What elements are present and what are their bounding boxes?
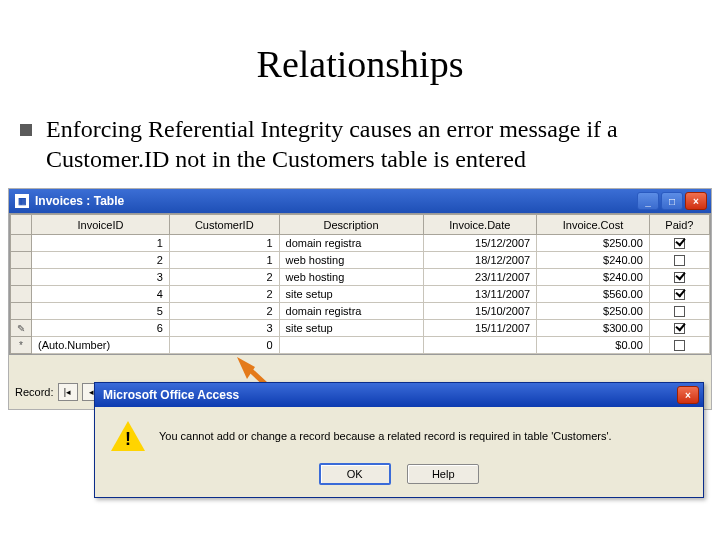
cell-invoicecost[interactable]: $240.00 (537, 252, 650, 269)
help-button[interactable]: Help (407, 464, 479, 484)
cell-customerid[interactable]: 1 (169, 235, 279, 252)
close-button[interactable]: × (685, 192, 707, 210)
checkbox-icon[interactable] (674, 272, 685, 283)
ok-button[interactable]: OK (319, 463, 391, 485)
row-selector[interactable] (11, 286, 32, 303)
cell-invoicecost[interactable]: $250.00 (537, 303, 650, 320)
record-label: Record: (15, 386, 54, 398)
cell-description[interactable]: domain registra (279, 235, 423, 252)
bullet-square-icon (20, 124, 32, 136)
checkbox-icon[interactable] (674, 289, 685, 300)
row-selector[interactable]: ✎ (11, 320, 32, 337)
cell-customerid[interactable]: 0 (169, 337, 279, 354)
col-invoiceid[interactable]: InvoiceID (32, 215, 170, 235)
cell-description[interactable]: web hosting (279, 269, 423, 286)
cell-description[interactable]: site setup (279, 286, 423, 303)
row-selector[interactable] (11, 269, 32, 286)
col-invoicedate[interactable]: Invoice.Date (423, 215, 537, 235)
cell-invoicedate[interactable]: 15/11/2007 (423, 320, 537, 337)
minimize-button[interactable]: _ (637, 192, 659, 210)
cell-paid[interactable] (649, 286, 709, 303)
cell-description[interactable]: domain registra (279, 303, 423, 320)
warning-icon: ! (111, 421, 145, 451)
cell-invoiceid[interactable]: 4 (32, 286, 170, 303)
col-description[interactable]: Description (279, 215, 423, 235)
error-titlebar: Microsoft Office Access × (95, 383, 703, 407)
checkbox-icon[interactable] (674, 340, 685, 351)
bullet-text: Enforcing Referential Integrity causes a… (46, 114, 692, 174)
error-dialog: Microsoft Office Access × ! You cannot a… (94, 382, 704, 498)
cell-invoiceid[interactable]: 5 (32, 303, 170, 320)
cell-invoiceid[interactable]: 6 (32, 320, 170, 337)
cell-invoiceid[interactable]: 1 (32, 235, 170, 252)
cell-invoicecost[interactable]: $560.00 (537, 286, 650, 303)
bullet-item: Enforcing Referential Integrity causes a… (0, 114, 720, 174)
table-row[interactable]: ✎63site setup15/11/2007$300.00 (11, 320, 710, 337)
cell-invoicecost[interactable]: $240.00 (537, 269, 650, 286)
cell-description[interactable]: site setup (279, 320, 423, 337)
invoices-titlebar: ▦ Invoices : Table _ □ × (9, 189, 711, 213)
slide-title: Relationships (0, 42, 720, 86)
row-selector[interactable] (11, 252, 32, 269)
cell-paid[interactable] (649, 320, 709, 337)
cell-invoicecost[interactable]: $300.00 (537, 320, 650, 337)
table-row[interactable]: 11domain registra15/12/2007$250.00 (11, 235, 710, 252)
row-selector[interactable] (11, 303, 32, 320)
header-row: InvoiceID CustomerID Description Invoice… (11, 215, 710, 235)
cell-invoicecost[interactable]: $0.00 (537, 337, 650, 354)
cell-invoicedate[interactable]: 18/12/2007 (423, 252, 537, 269)
invoices-title-text: Invoices : Table (35, 194, 124, 208)
cell-description[interactable]: web hosting (279, 252, 423, 269)
cell-customerid[interactable]: 2 (169, 303, 279, 320)
table-row[interactable]: 32web hosting23/11/2007$240.00 (11, 269, 710, 286)
nav-first-button[interactable]: |◂ (58, 383, 78, 401)
error-message: You cannot add or change a record becaus… (159, 430, 612, 442)
cell-invoicedate[interactable] (423, 337, 537, 354)
cell-paid[interactable] (649, 337, 709, 354)
cell-description[interactable] (279, 337, 423, 354)
cell-paid[interactable] (649, 269, 709, 286)
datasheet-grid[interactable]: InvoiceID CustomerID Description Invoice… (9, 213, 711, 355)
cell-invoicecost[interactable]: $250.00 (537, 235, 650, 252)
cell-invoiceid[interactable]: (Auto.Number) (32, 337, 170, 354)
checkbox-icon[interactable] (674, 323, 685, 334)
cell-invoiceid[interactable]: 2 (32, 252, 170, 269)
col-customerid[interactable]: CustomerID (169, 215, 279, 235)
table-icon: ▦ (15, 194, 29, 208)
cell-customerid[interactable]: 2 (169, 269, 279, 286)
error-close-button[interactable]: × (677, 386, 699, 404)
table-row[interactable]: *(Auto.Number)0$0.00 (11, 337, 710, 354)
row-selector-header (11, 215, 32, 235)
cell-customerid[interactable]: 1 (169, 252, 279, 269)
checkbox-icon[interactable] (674, 306, 685, 317)
row-selector[interactable] (11, 235, 32, 252)
screenshot-container: ▦ Invoices : Table _ □ × InvoiceID Custo… (8, 188, 712, 410)
cell-invoicedate[interactable]: 23/11/2007 (423, 269, 537, 286)
cell-invoicedate[interactable]: 15/12/2007 (423, 235, 537, 252)
cell-customerid[interactable]: 2 (169, 286, 279, 303)
invoices-window: ▦ Invoices : Table _ □ × InvoiceID Custo… (9, 189, 711, 405)
row-selector[interactable]: * (11, 337, 32, 354)
cell-paid[interactable] (649, 235, 709, 252)
cell-customerid[interactable]: 3 (169, 320, 279, 337)
cell-paid[interactable] (649, 303, 709, 320)
checkbox-icon[interactable] (674, 238, 685, 249)
table-row[interactable]: 21web hosting18/12/2007$240.00 (11, 252, 710, 269)
error-title-text: Microsoft Office Access (103, 388, 239, 402)
restore-button[interactable]: □ (661, 192, 683, 210)
checkbox-icon[interactable] (674, 255, 685, 266)
cell-invoicedate[interactable]: 13/11/2007 (423, 286, 537, 303)
cell-paid[interactable] (649, 252, 709, 269)
cell-invoiceid[interactable]: 3 (32, 269, 170, 286)
table-row[interactable]: 52domain registra15/10/2007$250.00 (11, 303, 710, 320)
col-paid[interactable]: Paid? (649, 215, 709, 235)
col-invoicecost[interactable]: Invoice.Cost (537, 215, 650, 235)
table-row[interactable]: 42site setup13/11/2007$560.00 (11, 286, 710, 303)
cell-invoicedate[interactable]: 15/10/2007 (423, 303, 537, 320)
